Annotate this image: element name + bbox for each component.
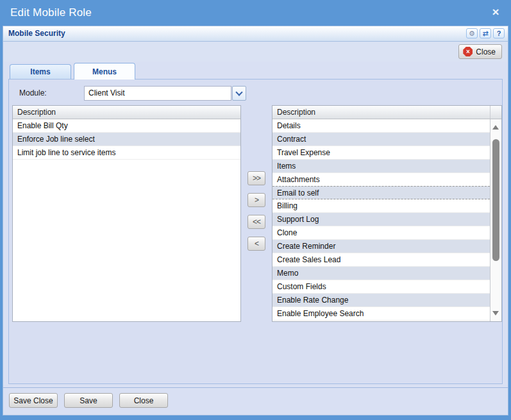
module-row: Module: Client Visit (9, 80, 502, 103)
right-grid-header-description[interactable]: Description (272, 106, 490, 119)
list-item[interactable]: Create Sales Lead (272, 253, 490, 267)
list-item[interactable]: Enable Employee Search (272, 307, 490, 321)
chevron-down-icon (235, 88, 242, 96)
left-grid-header-description[interactable]: Description (13, 106, 240, 119)
right-grid-body: DetailsContractTravel ExpenseItemsAttach… (272, 119, 501, 321)
menus-tab-panel: Module: Client Visit Description Enable … (8, 79, 503, 384)
dialog-close-icon[interactable]: × (488, 4, 503, 20)
list-item[interactable]: Create Reminder (272, 240, 490, 253)
dialog-title: Edit Mobile Role (10, 0, 92, 26)
right-grid-scrollbar[interactable] (490, 119, 501, 321)
mobile-security-panel: Mobile Security ⚙ ⇄ ? × Close Items Menu… (3, 26, 508, 416)
stop-close-icon: × (463, 47, 473, 56)
available-menus-grid: Description Enable Bill QtyEnforce Job l… (12, 105, 241, 322)
list-item[interactable]: Enforce Job line select (13, 133, 240, 146)
list-item[interactable]: Clone (272, 226, 490, 240)
left-grid-rows: Enable Bill QtyEnforce Job line selectLi… (13, 119, 240, 321)
selected-menus-grid: Description DetailsContractTravel Expens… (272, 105, 502, 322)
list-item[interactable]: Billing (272, 199, 490, 213)
help-icon[interactable]: ? (493, 28, 505, 38)
module-select-trigger[interactable] (232, 86, 246, 101)
list-item[interactable]: Attachments (272, 173, 490, 187)
scroll-up-icon[interactable] (492, 125, 499, 130)
close-button[interactable]: × Close (458, 44, 502, 59)
left-grid-header: Description (13, 106, 240, 119)
move-all-right-button[interactable]: >> (247, 171, 265, 185)
list-item[interactable]: Enable Rate Change (272, 294, 490, 307)
list-item[interactable]: Travel Expense (272, 146, 490, 160)
edit-mobile-role-dialog: Edit Mobile Role × Mobile Security ⚙ ⇄ ?… (0, 0, 511, 420)
save-close-button[interactable]: Save Close (9, 393, 58, 408)
list-item[interactable]: Details (272, 119, 490, 133)
save-button[interactable]: Save (64, 393, 113, 408)
list-item[interactable]: Enable Bill Qty (13, 119, 240, 133)
move-all-left-button[interactable]: << (247, 215, 265, 229)
settings-icon[interactable]: ⚙ (466, 28, 478, 38)
close-footer-button[interactable]: Close (119, 393, 168, 408)
move-left-button[interactable]: < (247, 237, 265, 251)
panel-title: Mobile Security (8, 26, 65, 41)
list-item[interactable]: Items (272, 160, 490, 173)
left-grid-body: Enable Bill QtyEnforce Job line selectLi… (13, 119, 240, 321)
panel-toolbar: × Close (3, 42, 508, 62)
move-right-button[interactable]: > (247, 193, 265, 207)
refresh-icon[interactable]: ⇄ (480, 28, 491, 38)
footer-button-bar: Save Close Save Close (3, 387, 508, 415)
scrollbar-thumb[interactable] (492, 139, 499, 261)
tab-items[interactable]: Items (10, 64, 71, 79)
module-select[interactable]: Client Visit (84, 86, 246, 101)
right-grid-header-spacer (490, 106, 501, 119)
scroll-down-icon[interactable] (492, 311, 499, 315)
close-button-label: Close (476, 47, 496, 56)
transfer-buttons: >> > << < (247, 105, 265, 321)
list-item[interactable]: Email to self (272, 186, 490, 199)
list-item[interactable]: Limit job line to service items (13, 146, 240, 160)
list-item[interactable]: Support Log (272, 213, 490, 226)
module-select-value[interactable]: Client Visit (84, 86, 231, 101)
right-grid-header: Description (272, 106, 501, 119)
panel-header: Mobile Security ⚙ ⇄ ? (3, 26, 508, 42)
module-label: Module: (19, 88, 47, 97)
right-grid-rows: DetailsContractTravel ExpenseItemsAttach… (272, 119, 490, 321)
tab-strip: Items Menus (3, 62, 508, 79)
list-item[interactable]: Custom Fields (272, 280, 490, 294)
list-item[interactable]: Contract (272, 133, 490, 146)
dialog-titlebar: Edit Mobile Role × (0, 0, 511, 26)
list-item[interactable]: Memo (272, 267, 490, 280)
tab-menus[interactable]: Menus (74, 63, 135, 80)
panel-tools: ⚙ ⇄ ? (466, 28, 505, 38)
